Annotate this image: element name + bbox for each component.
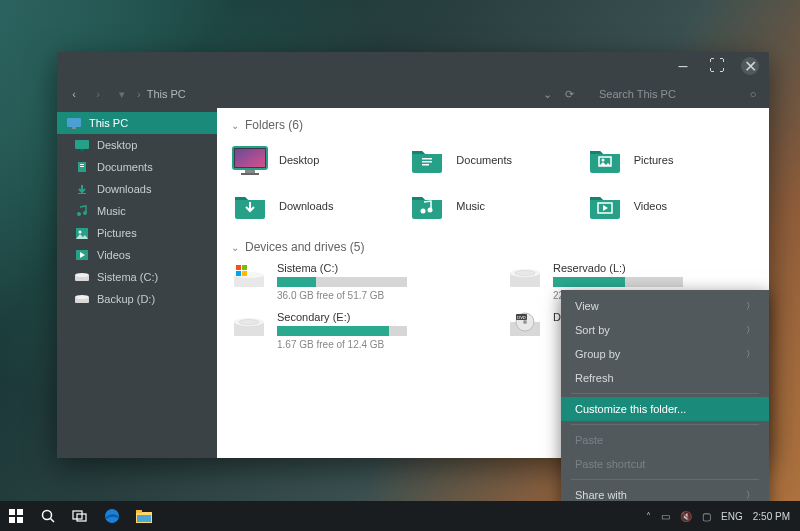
folder-pictures[interactable]: Pictures	[586, 140, 755, 180]
svg-point-11	[79, 230, 82, 233]
svg-point-8	[77, 212, 81, 216]
svg-rect-46	[9, 509, 15, 515]
doc-folder-icon	[408, 144, 446, 176]
sidebar-item-desktop[interactable]: Desktop	[57, 134, 217, 156]
context-label: Paste shortcut	[575, 458, 645, 470]
folder-videos[interactable]: Videos	[586, 186, 755, 226]
tray-volume-icon[interactable]: 🔇	[680, 511, 692, 522]
drive-free-text: 36.0 GB free of 51.7 GB	[277, 290, 479, 301]
svg-point-26	[421, 209, 426, 214]
sidebar-item-sistema-c-[interactable]: Sistema (C:)	[57, 266, 217, 288]
pic-folder-icon	[586, 144, 624, 176]
address-bar: ‹ › ▾ › This PC ⌄ ⟳ Search This PC ○	[57, 80, 769, 108]
svg-line-51	[51, 519, 55, 523]
music-icon	[75, 205, 89, 217]
sidebar-item-label: Downloads	[97, 183, 151, 195]
tray-network-icon[interactable]: ▭	[661, 511, 670, 522]
context-customize-this-folder-[interactable]: Customize this folder...	[561, 397, 769, 421]
history-dropdown[interactable]: ▾	[113, 88, 131, 101]
sidebar-item-label: Sistema (C:)	[97, 271, 158, 283]
back-button[interactable]: ‹	[65, 88, 83, 100]
task-view-button[interactable]	[64, 501, 96, 531]
svg-rect-32	[242, 265, 247, 270]
svg-rect-56	[136, 510, 142, 513]
breadcrumb-dropdown-icon[interactable]: ⌄	[539, 88, 555, 101]
titlebar: – ⛶ ✕	[57, 52, 769, 80]
search-input[interactable]: Search This PC	[599, 88, 739, 100]
refresh-button[interactable]: ⟳	[561, 88, 577, 101]
minimize-button[interactable]: –	[673, 56, 693, 76]
svg-rect-19	[245, 170, 255, 173]
hdd-icon	[231, 311, 267, 339]
explorer-taskbar-icon[interactable]	[128, 501, 160, 531]
disk-icon	[75, 293, 89, 305]
svg-rect-0	[67, 118, 81, 127]
context-label: View	[575, 300, 599, 312]
sidebar-item-backup-d-[interactable]: Backup (D:)	[57, 288, 217, 310]
tray-clock[interactable]: 2:50 PM	[753, 511, 790, 522]
folder-music[interactable]: Music	[408, 186, 577, 226]
search-icon[interactable]: ○	[745, 88, 761, 100]
breadcrumb-location[interactable]: This PC	[147, 88, 186, 100]
sidebar-item-music[interactable]: Music	[57, 200, 217, 222]
folder-label: Pictures	[634, 154, 674, 166]
start-button[interactable]	[0, 501, 32, 531]
folder-downloads[interactable]: Downloads	[231, 186, 400, 226]
sidebar-item-this-pc[interactable]: This PC	[57, 112, 217, 134]
context-refresh[interactable]: Refresh	[561, 366, 769, 390]
context-label: Paste	[575, 434, 603, 446]
sidebar-item-label: Videos	[97, 249, 130, 261]
svg-rect-18	[235, 149, 265, 167]
context-sort-by[interactable]: Sort by〉	[561, 318, 769, 342]
drive-secondary-e-[interactable]: Secondary (E:)1.67 GB free of 12.4 GB	[231, 311, 479, 350]
forward-button[interactable]: ›	[89, 88, 107, 100]
drives-title: Devices and drives (5)	[245, 240, 364, 254]
context-view[interactable]: View〉	[561, 294, 769, 318]
doc-icon	[75, 161, 89, 173]
maximize-button[interactable]: ⛶	[707, 56, 727, 76]
search-taskbar-button[interactable]	[32, 501, 64, 531]
sidebar-item-label: Documents	[97, 161, 153, 173]
chevron-right-icon: 〉	[746, 348, 755, 361]
sidebar-item-documents[interactable]: Documents	[57, 156, 217, 178]
sidebar-item-label: Music	[97, 205, 126, 217]
vid-icon	[75, 249, 89, 261]
drive-usage-bar	[277, 277, 407, 287]
svg-point-9	[83, 211, 87, 215]
svg-text:DVD: DVD	[517, 315, 526, 320]
hdd-icon	[507, 262, 543, 290]
folder-documents[interactable]: Documents	[408, 140, 577, 180]
sidebar: This PCDesktopDocumentsDownloadsMusicPic…	[57, 108, 217, 458]
folder-label: Documents	[456, 154, 512, 166]
sidebar-item-videos[interactable]: Videos	[57, 244, 217, 266]
svg-rect-20	[241, 173, 259, 175]
svg-rect-6	[80, 166, 84, 167]
svg-rect-22	[422, 161, 432, 163]
folder-desktop[interactable]: Desktop	[231, 140, 400, 180]
dvd-icon: DVD	[507, 311, 543, 339]
sidebar-item-label: Pictures	[97, 227, 137, 239]
drives-header[interactable]: ⌄ Devices and drives (5)	[231, 240, 755, 254]
chevron-right-icon: 〉	[746, 489, 755, 502]
tray-language[interactable]: ENG	[721, 511, 743, 522]
folders-header[interactable]: ⌄ Folders (6)	[231, 118, 755, 132]
sidebar-item-pictures[interactable]: Pictures	[57, 222, 217, 244]
drive-sistema-c-[interactable]: Sistema (C:)36.0 GB free of 51.7 GB	[231, 262, 479, 301]
drive-label: Sistema (C:)	[277, 262, 479, 274]
svg-rect-31	[236, 265, 241, 270]
svg-rect-57	[137, 515, 151, 522]
folder-label: Videos	[634, 200, 667, 212]
svg-rect-2	[75, 140, 89, 149]
svg-rect-34	[242, 271, 247, 276]
context-paste: Paste	[561, 428, 769, 452]
sidebar-item-downloads[interactable]: Downloads	[57, 178, 217, 200]
context-label: Sort by	[575, 324, 610, 336]
close-button[interactable]: ✕	[741, 57, 759, 75]
tray-chevron-icon[interactable]: ˄	[646, 511, 651, 522]
tray-action-center-icon[interactable]: ▢	[702, 511, 711, 522]
context-group-by[interactable]: Group by〉	[561, 342, 769, 366]
svg-rect-47	[17, 509, 23, 515]
svg-rect-21	[422, 158, 432, 160]
chevron-down-icon: ⌄	[231, 120, 239, 131]
edge-taskbar-icon[interactable]	[96, 501, 128, 531]
